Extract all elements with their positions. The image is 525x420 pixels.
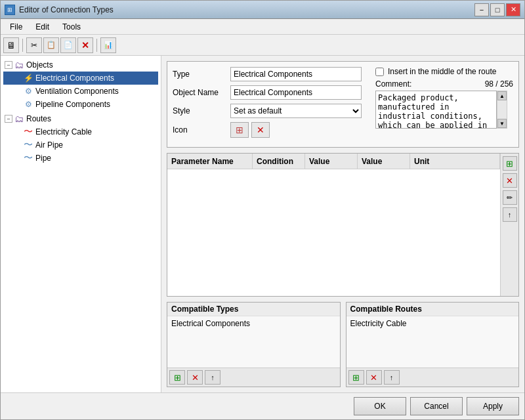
- col-condition: Condition: [253, 154, 305, 169]
- comment-textarea[interactable]: Packaged product, manufactured in indust…: [375, 91, 497, 129]
- compatible-routes-panel: Compatible Routes Electricity Cable ⊞ ✕ …: [346, 302, 520, 387]
- compat-routes-up-button[interactable]: ↑: [384, 370, 400, 385]
- tree-node-ventilation[interactable]: ⚙ Ventilation Components: [3, 85, 158, 98]
- col-param-name: Parameter Name: [167, 154, 253, 169]
- toggle-objects[interactable]: −: [5, 61, 12, 69]
- tree-label-pipe: Pipe: [35, 154, 51, 163]
- toolbar: 🖥 ✂ 📋 📄 ✕ 📊: [1, 35, 524, 56]
- insert-route-checkbox[interactable]: [375, 68, 384, 76]
- tree-node-objects[interactable]: − 🗂 Objects: [3, 58, 158, 72]
- maximize-button[interactable]: □: [490, 3, 505, 16]
- comment-header: Comment: 98 / 256: [375, 79, 513, 89]
- style-label: Style: [173, 106, 225, 116]
- object-name-row: Object Name: [173, 85, 370, 100]
- close-button[interactable]: ✕: [506, 3, 520, 16]
- compatible-types-body: Electrical Components: [167, 316, 340, 368]
- ok-button[interactable]: OK: [354, 397, 406, 415]
- object-name-label: Object Name: [173, 88, 225, 97]
- scroll-up[interactable]: ▲: [497, 91, 507, 100]
- tree-node-electrical[interactable]: ⚡ Electrical Components: [3, 72, 158, 85]
- comment-scrollbar: ▲ ▼: [497, 91, 507, 129]
- paste-button[interactable]: 📄: [60, 37, 76, 53]
- routes-icon: 🗂: [14, 114, 24, 124]
- cancel-button[interactable]: Cancel: [410, 397, 463, 415]
- menu-file[interactable]: File: [3, 19, 29, 34]
- param-add-button[interactable]: ⊞: [503, 156, 517, 171]
- param-up-button[interactable]: ↑: [503, 207, 517, 222]
- app-icon: ⊞: [5, 5, 15, 15]
- title-bar-left: ⊞ Editor of Connection Types: [5, 5, 114, 15]
- compatible-routes-title: Compatible Routes: [346, 303, 519, 316]
- compatible-routes-body: Electricity Cable: [346, 316, 519, 368]
- compat-types-delete-button[interactable]: ✕: [187, 370, 203, 385]
- compat-types-add-button[interactable]: ⊞: [169, 370, 185, 385]
- tree-label-pipeline: Pipeline Components: [35, 100, 110, 109]
- main-window: ⊞ Editor of Connection Types − □ ✕ File …: [0, 0, 525, 420]
- insert-route-label: Insert in the middle of the route: [388, 67, 496, 76]
- cut-button[interactable]: ✂: [26, 37, 42, 53]
- icon-row: Icon ⊞ ✕: [173, 122, 370, 138]
- ventilation-icon: ⚙: [23, 86, 33, 96]
- new-button[interactable]: 🖥: [3, 37, 19, 53]
- toggle-routes[interactable]: −: [5, 115, 12, 123]
- comment-area: Insert in the middle of the route Commen…: [375, 67, 513, 142]
- main-content: − 🗂 Objects ⚡ Electrical Components ⚙ Ve…: [1, 56, 524, 392]
- comment-count: 98 / 256: [485, 79, 513, 89]
- apply-button[interactable]: Apply: [467, 397, 519, 415]
- compatible-types-panel: Compatible Types Electrical Components ⊞…: [167, 302, 341, 387]
- minimize-button[interactable]: −: [474, 3, 489, 16]
- tree-label-routes: Routes: [26, 114, 51, 123]
- param-delete-button[interactable]: ✕: [503, 173, 517, 188]
- style-select[interactable]: Set as default: [230, 104, 362, 118]
- icon-clear-button[interactable]: ✕: [251, 122, 270, 138]
- title-controls: − □ ✕: [474, 3, 520, 16]
- tree-label-ventilation: Ventilation Components: [35, 87, 119, 96]
- delete-button[interactable]: ✕: [77, 37, 93, 53]
- footer-buttons: OK Cancel Apply: [1, 392, 524, 419]
- title-bar: ⊞ Editor of Connection Types − □ ✕: [1, 1, 524, 19]
- compat-routes-delete-button[interactable]: ✕: [366, 370, 382, 385]
- tree-node-elec-cable[interactable]: 〜 Electricity Cable: [3, 125, 158, 138]
- bottom-panels: Compatible Types Electrical Components ⊞…: [167, 302, 519, 387]
- objects-icon: 🗂: [14, 60, 24, 70]
- params-body: [167, 169, 500, 296]
- col-value2: Value: [358, 154, 410, 169]
- compatible-routes-buttons: ⊞ ✕ ↑: [346, 368, 519, 387]
- icon-buttons: ⊞ ✕: [230, 122, 270, 138]
- window-title: Editor of Connection Types: [19, 5, 114, 14]
- compat-type-item: Electrical Components: [171, 319, 336, 328]
- copy-button[interactable]: 📋: [43, 37, 59, 53]
- scroll-down[interactable]: ▼: [497, 119, 507, 128]
- menu-bar: File Edit Tools: [1, 19, 524, 35]
- table-button[interactable]: 📊: [100, 37, 116, 53]
- type-label: Type: [173, 70, 225, 79]
- compatible-types-title: Compatible Types: [167, 303, 340, 316]
- menu-tools[interactable]: Tools: [56, 19, 87, 34]
- params-side-buttons: ⊞ ✕ ✏ ↑: [500, 154, 518, 296]
- type-input[interactable]: [230, 67, 362, 81]
- tree-panel: − 🗂 Objects ⚡ Electrical Components ⚙ Ve…: [1, 56, 161, 392]
- form-fields: Type Object Name Style Set as def: [173, 67, 370, 142]
- type-row: Type: [173, 67, 370, 81]
- param-edit-button[interactable]: ✏: [503, 190, 517, 205]
- scroll-track: [497, 100, 507, 119]
- pipeline-icon: ⚙: [23, 99, 33, 110]
- object-name-input[interactable]: [230, 85, 362, 100]
- icon-set-button[interactable]: ⊞: [230, 122, 249, 138]
- tree-node-pipeline[interactable]: ⚙ Pipeline Components: [3, 98, 158, 111]
- params-table-wrapper: Parameter Name Condition Value Value Uni…: [167, 154, 500, 296]
- icon-label: Icon: [173, 125, 225, 135]
- compat-routes-add-button[interactable]: ⊞: [348, 370, 364, 385]
- tree-node-pipe[interactable]: 〜 Pipe: [3, 152, 158, 165]
- compat-types-up-button[interactable]: ↑: [205, 370, 220, 385]
- tree-label-air-pipe: Air Pipe: [35, 140, 63, 150]
- separator-1: [22, 39, 23, 52]
- top-form-grid: Type Object Name Style Set as def: [173, 67, 513, 142]
- menu-edit[interactable]: Edit: [29, 19, 56, 34]
- tree-node-air-pipe[interactable]: 〜 Air Pipe: [3, 138, 158, 152]
- air-pipe-icon: 〜: [23, 140, 33, 150]
- params-with-side: Parameter Name Condition Value Value Uni…: [167, 154, 518, 296]
- tree-label-electrical: Electrical Components: [35, 74, 114, 83]
- tree-node-routes[interactable]: − 🗂 Routes: [3, 112, 158, 125]
- pipe-icon: 〜: [23, 153, 33, 163]
